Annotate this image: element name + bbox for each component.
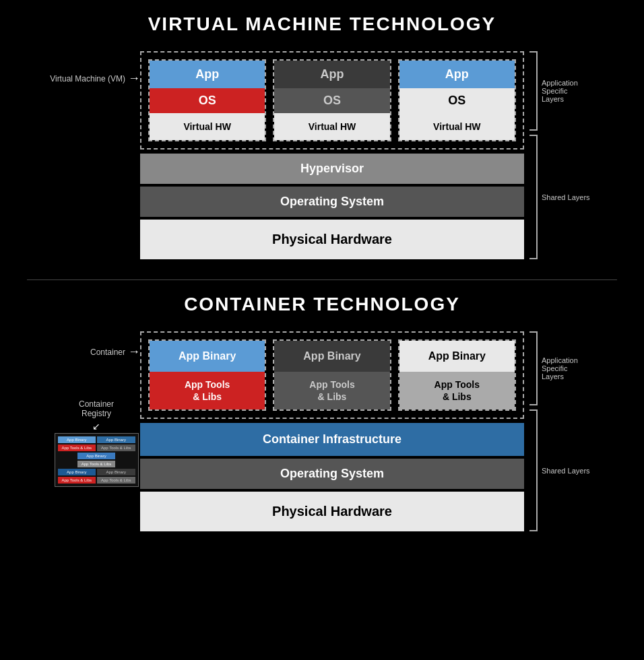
container-registry: Container Registry ↙ App Binary App Bina…: [53, 399, 140, 487]
container-box-3: App Binary App Tools& Libs: [398, 339, 516, 411]
vm1-os: OS: [150, 88, 265, 113]
cb2-binary: App Binary: [274, 341, 389, 372]
container-os-layer: Operating System: [140, 459, 524, 489]
container-app-specific-label: Application Specific Layers: [538, 331, 591, 405]
container-infra-layer: Container Infrastructure: [140, 423, 524, 456]
container-label: Container: [90, 348, 125, 357]
container-arrow: →: [128, 345, 140, 359]
vm-label: Virtual Machine (VM): [50, 74, 125, 84]
cb3-libs: App Tools& Libs: [399, 372, 515, 409]
vm3-app: App: [399, 61, 515, 88]
vm-os-layer: Operating System: [140, 187, 524, 217]
vm-shared-label: Shared Layers: [538, 135, 590, 259]
vm-box-1: App OS Virtual HW: [148, 59, 266, 141]
vm3-hw: Virtual HW: [399, 113, 515, 140]
vm-boxes-container: App OS Virtual HW App OS Virtual HW App …: [140, 51, 524, 150]
vm-shared-layers: Hypervisor Operating System Physical Har…: [140, 154, 524, 259]
vm-section: VIRTUAL MACHINE TECHNOLOGY Virtual Machi…: [0, 0, 644, 279]
vm2-hw: Virtual HW: [274, 113, 389, 140]
vm2-app: App: [274, 61, 389, 88]
vm-hypervisor: Hypervisor: [140, 154, 524, 184]
cb3-binary: App Binary: [399, 341, 515, 372]
cb2-libs: App Tools& Libs: [274, 372, 389, 409]
registry-label: Container Registry: [79, 399, 114, 418]
container-shared-layers: Container Infrastructure Operating Syste…: [140, 423, 524, 531]
vm3-os: OS: [399, 88, 515, 113]
vm-box-2: App OS Virtual HW: [273, 59, 391, 141]
container-shared-label: Shared Layers: [538, 409, 590, 531]
vm-title: VIRTUAL MACHINE TECHNOLOGY: [27, 13, 617, 35]
cb1-binary: App Binary: [150, 341, 265, 372]
vm-physical-hw: Physical Hardware: [140, 220, 524, 259]
vm1-hw: Virtual HW: [150, 113, 265, 140]
registry-arrow-down: ↙: [92, 421, 100, 432]
vm-box-3: App OS Virtual HW: [398, 59, 516, 141]
container-title: CONTAINER TECHNOLOGY: [27, 294, 617, 315]
vm1-app: App: [150, 61, 265, 88]
vm-app-specific-label: Application Specific Layers: [538, 51, 591, 131]
container-box-2: App Binary App Tools& Libs: [273, 339, 391, 411]
vm2-os: OS: [274, 88, 389, 113]
container-box-1: App Binary App Tools& Libs: [148, 339, 266, 411]
vm-arrow: →: [128, 71, 140, 86]
container-boxes-container: App Binary App Tools& Libs App Binary Ap…: [140, 331, 524, 419]
registry-mini-diagram: App Binary App Binary App Tools & Libs A…: [55, 433, 139, 487]
container-section: CONTAINER TECHNOLOGY Container → Contain…: [0, 280, 644, 552]
cb1-libs: App Tools& Libs: [150, 372, 265, 409]
container-physical-hw: Physical Hardware: [140, 492, 524, 531]
